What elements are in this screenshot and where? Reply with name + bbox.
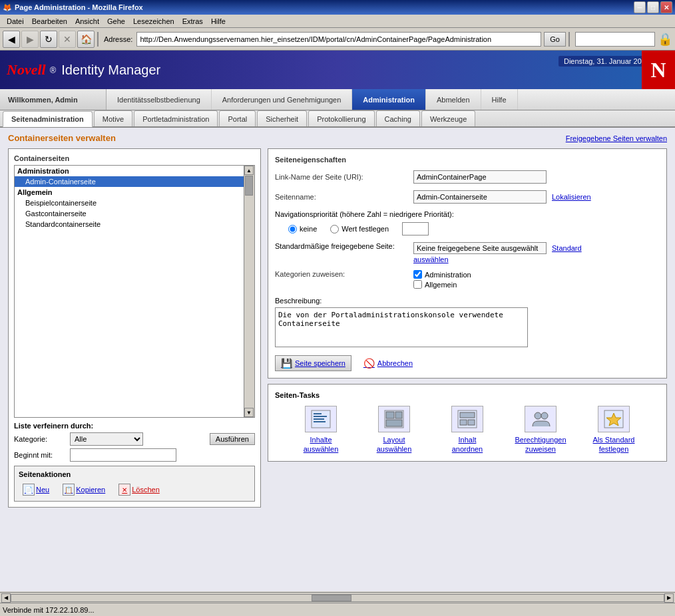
default-page-col: Keine freigegebene Seite ausgewählt Stan… xyxy=(413,242,582,263)
task-berechtigungen-label: Berechtigungenzuweisen xyxy=(515,435,566,454)
app-title: Identity Manager xyxy=(61,63,160,78)
tree-item-gast[interactable]: Gastcontainerseite xyxy=(15,208,244,219)
menu-datei[interactable]: Datei xyxy=(3,16,28,27)
maximize-button[interactable]: □ xyxy=(647,1,659,13)
nav-priority-value-input[interactable] xyxy=(402,222,429,235)
svg-rect-3 xyxy=(314,418,324,420)
uri-input[interactable] xyxy=(413,170,547,184)
status-bar: Verbinde mit 172.22.10.89... xyxy=(0,603,675,616)
task-layout[interactable]: Layoutauswählen xyxy=(364,406,424,454)
checkbox-admin[interactable] xyxy=(413,270,422,279)
scroll-down-btn[interactable]: ▼ xyxy=(244,408,254,417)
task-standard-label: Als Standardfestlegen xyxy=(593,435,635,454)
select-link-row: auswählen xyxy=(413,255,582,263)
delete-label: Löschen xyxy=(132,486,160,494)
back-button[interactable]: ◀ xyxy=(3,31,20,48)
radio-set-option: Wert festlegen xyxy=(330,225,389,233)
address-input[interactable] xyxy=(136,32,541,47)
shared-pages-link[interactable]: Freigegebene Seiten verwalten xyxy=(566,134,667,142)
tree-item-beispiel[interactable]: Beispielcontainerseite xyxy=(15,198,244,208)
menu-lesezeichen[interactable]: Lesezeichen xyxy=(129,16,178,27)
radio-set-input[interactable] xyxy=(330,225,339,233)
radio-none-input[interactable] xyxy=(288,225,297,233)
nav-identity[interactable]: Identitätsselbstbedienung xyxy=(107,89,212,110)
filter-category-label: Kategorie: xyxy=(14,435,67,443)
refresh-button[interactable]: ↻ xyxy=(40,31,57,48)
tree-scrollbar: ▲ ▼ xyxy=(244,166,254,417)
home-button[interactable]: 🏠 xyxy=(77,31,95,48)
tab-protokollierung[interactable]: Protokollierung xyxy=(308,110,374,126)
filter-begins-input[interactable] xyxy=(70,448,176,462)
tree-list[interactable]: Administration Admin-Containerseite Allg… xyxy=(14,165,255,418)
execute-button[interactable]: Ausführen xyxy=(210,433,255,445)
nav-help[interactable]: Hilfe xyxy=(481,89,518,110)
main-layout: Containerseiten Administration Admin-Con… xyxy=(8,148,667,508)
name-label: Seitenname: xyxy=(275,193,408,201)
search-input[interactable] xyxy=(575,32,655,47)
menu-bearbeiten[interactable]: Bearbeiten xyxy=(28,16,71,27)
standard-link[interactable]: Standard xyxy=(552,244,582,252)
scroll-thumb[interactable] xyxy=(245,176,253,196)
status-text: Verbinde mit 172.22.10.89... xyxy=(3,606,672,614)
tree-item-standard[interactable]: Standardcontainerseite xyxy=(15,219,244,230)
checkbox-allgemein-row: Allgemein xyxy=(413,280,471,289)
filter-category-select[interactable]: Alle Administration Allgemein xyxy=(70,432,143,446)
tree-group-allgemein[interactable]: Allgemein xyxy=(15,187,244,198)
svg-rect-12 xyxy=(468,420,475,425)
menu-gehe[interactable]: Gehe xyxy=(103,16,129,27)
tree-item-admin-containerseite[interactable]: Admin-Containerseite xyxy=(15,176,244,187)
registered-mark: ® xyxy=(50,65,57,75)
tab-motive[interactable]: Motive xyxy=(94,110,132,126)
save-button[interactable]: 💾 Seite speichern xyxy=(275,355,351,371)
stop-button[interactable]: ✕ xyxy=(59,31,76,48)
save-icon: 💾 xyxy=(281,358,292,369)
delete-button[interactable]: ✕ Löschen xyxy=(114,482,164,497)
save-label: Seite speichern xyxy=(295,359,345,367)
checkbox-allgemein[interactable] xyxy=(413,280,422,289)
tab-werkzeuge[interactable]: Werkzeuge xyxy=(421,110,475,126)
h-scroll-right[interactable]: ▶ xyxy=(664,593,674,603)
task-layout-icon xyxy=(378,406,410,432)
tab-sicherheit[interactable]: Sicherheit xyxy=(257,110,307,126)
new-button[interactable]: 📄 Neu xyxy=(19,482,53,497)
task-standard[interactable]: Als Standardfestlegen xyxy=(584,406,644,454)
tab-portletadministration[interactable]: Portletadministration xyxy=(134,110,218,126)
filter-category-row: Kategorie: Alle Administration Allgemein… xyxy=(14,432,255,446)
tab-portal[interactable]: Portal xyxy=(219,110,256,126)
h-scroll-left[interactable]: ◀ xyxy=(1,593,11,603)
menu-extras[interactable]: Extras xyxy=(178,16,207,27)
tab-caching[interactable]: Caching xyxy=(376,110,420,126)
menu-hilfe[interactable]: Hilfe xyxy=(207,16,230,27)
security-icon: 🔒 xyxy=(658,32,672,47)
tasks-grid: Inhalteauswählen Layoutauswählen Inhalta… xyxy=(275,406,660,454)
task-inhalte[interactable]: Inhalteauswählen xyxy=(291,406,351,454)
task-inhalt[interactable]: Inhaltanordnen xyxy=(437,406,497,454)
nav-logout[interactable]: Abmelden xyxy=(426,89,481,110)
h-scroll-thumb[interactable] xyxy=(312,595,351,601)
nav-requests[interactable]: Anforderungen und Genehmigungen xyxy=(212,89,353,110)
name-input[interactable] xyxy=(413,190,547,204)
task-inhalt-label: Inhaltanordnen xyxy=(452,435,483,454)
forward-button[interactable]: ▶ xyxy=(21,31,39,48)
minimize-button[interactable]: ─ xyxy=(634,1,646,13)
categories-row: Kategorien zuweisen: Administration Allg… xyxy=(275,270,660,290)
task-berechtigungen[interactable]: Berechtigungenzuweisen xyxy=(511,406,570,454)
tab-seitenadministration[interactable]: Seitenadministration xyxy=(3,111,93,127)
categories-checkboxes: Administration Allgemein xyxy=(413,270,471,290)
nav-administration[interactable]: Administration xyxy=(352,89,426,110)
cancel-button[interactable]: 🚫 Abbrechen xyxy=(358,356,418,371)
tree-group-administration[interactable]: Administration xyxy=(15,166,244,176)
go-button[interactable]: Go xyxy=(544,32,566,47)
svg-rect-10 xyxy=(460,412,475,418)
nav-priority-row: Navigationspriorität (höhere Zahl = nied… xyxy=(275,210,660,235)
copy-button[interactable]: 📋 Kopieren xyxy=(59,482,109,497)
close-button[interactable]: ✕ xyxy=(660,1,672,13)
scroll-up-btn[interactable]: ▲ xyxy=(244,166,254,175)
select-link[interactable]: auswählen xyxy=(413,255,449,263)
localize-link[interactable]: Lokalisieren xyxy=(552,193,591,201)
nav-priority-label: Navigationspriorität (höhere Zahl = nied… xyxy=(275,210,660,218)
default-page-value: Keine freigegebene Seite ausgewählt xyxy=(413,242,547,254)
description-textarea[interactable]: Die von der Portaladministrationskonsole… xyxy=(275,307,528,347)
menu-ansicht[interactable]: Ansicht xyxy=(71,16,103,27)
props-section: Seiteneigenschaften Link-Name der Seite … xyxy=(268,148,667,379)
